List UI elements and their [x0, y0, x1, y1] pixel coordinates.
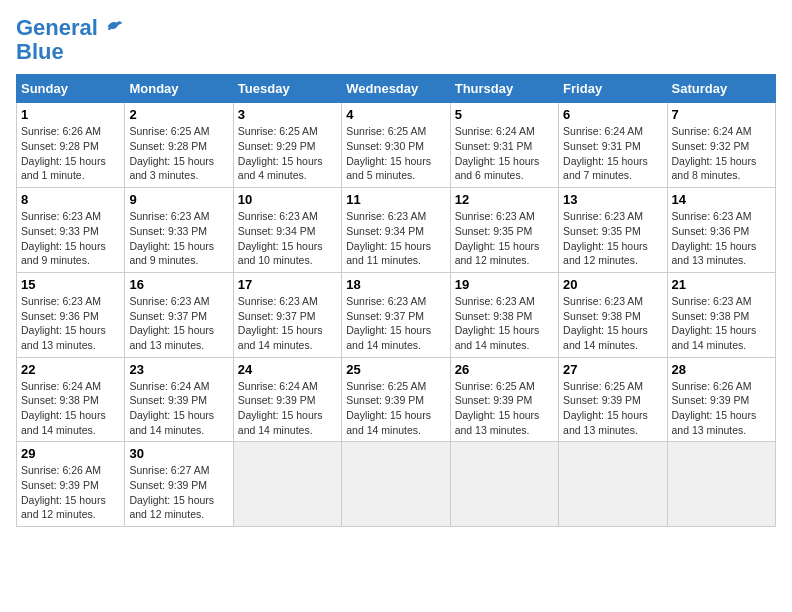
- daylight-label: Daylight: 15 hours and 13 minutes.: [672, 240, 757, 267]
- sunrise-label: Sunrise: 6:25 AM: [346, 380, 426, 392]
- sunrise-label: Sunrise: 6:23 AM: [21, 295, 101, 307]
- calendar-cell: 12 Sunrise: 6:23 AM Sunset: 9:35 PM Dayl…: [450, 188, 558, 273]
- calendar-cell: 11 Sunrise: 6:23 AM Sunset: 9:34 PM Dayl…: [342, 188, 450, 273]
- daylight-label: Daylight: 15 hours and 14 minutes.: [238, 409, 323, 436]
- logo: General Blue: [16, 16, 124, 64]
- sunset-label: Sunset: 9:39 PM: [346, 394, 424, 406]
- daylight-label: Daylight: 15 hours and 14 minutes.: [129, 409, 214, 436]
- calendar-cell: 13 Sunrise: 6:23 AM Sunset: 9:35 PM Dayl…: [559, 188, 667, 273]
- day-number: 3: [238, 107, 337, 122]
- daylight-label: Daylight: 15 hours and 14 minutes.: [238, 324, 323, 351]
- daylight-label: Daylight: 15 hours and 13 minutes.: [455, 409, 540, 436]
- calendar-cell: 25 Sunrise: 6:25 AM Sunset: 9:39 PM Dayl…: [342, 357, 450, 442]
- daylight-label: Daylight: 15 hours and 14 minutes.: [346, 324, 431, 351]
- day-info: Sunrise: 6:24 AM Sunset: 9:31 PM Dayligh…: [563, 124, 662, 183]
- sunrise-label: Sunrise: 6:23 AM: [346, 295, 426, 307]
- day-info: Sunrise: 6:23 AM Sunset: 9:33 PM Dayligh…: [129, 209, 228, 268]
- sunset-label: Sunset: 9:34 PM: [238, 225, 316, 237]
- daylight-label: Daylight: 15 hours and 12 minutes.: [21, 494, 106, 521]
- day-info: Sunrise: 6:25 AM Sunset: 9:30 PM Dayligh…: [346, 124, 445, 183]
- day-number: 26: [455, 362, 554, 377]
- day-number: 22: [21, 362, 120, 377]
- day-info: Sunrise: 6:23 AM Sunset: 9:38 PM Dayligh…: [672, 294, 771, 353]
- calendar-week-4: 22 Sunrise: 6:24 AM Sunset: 9:38 PM Dayl…: [17, 357, 776, 442]
- calendar-cell: 1 Sunrise: 6:26 AM Sunset: 9:28 PM Dayli…: [17, 103, 125, 188]
- sunset-label: Sunset: 9:39 PM: [563, 394, 641, 406]
- calendar-cell: [342, 442, 450, 527]
- calendar-week-3: 15 Sunrise: 6:23 AM Sunset: 9:36 PM Dayl…: [17, 272, 776, 357]
- sunrise-label: Sunrise: 6:24 AM: [455, 125, 535, 137]
- sunset-label: Sunset: 9:30 PM: [346, 140, 424, 152]
- sunrise-label: Sunrise: 6:23 AM: [455, 295, 535, 307]
- calendar-table: SundayMondayTuesdayWednesdayThursdayFrid…: [16, 74, 776, 527]
- calendar-cell: 30 Sunrise: 6:27 AM Sunset: 9:39 PM Dayl…: [125, 442, 233, 527]
- calendar-cell: 5 Sunrise: 6:24 AM Sunset: 9:31 PM Dayli…: [450, 103, 558, 188]
- sunset-label: Sunset: 9:29 PM: [238, 140, 316, 152]
- daylight-label: Daylight: 15 hours and 13 minutes.: [129, 324, 214, 351]
- day-info: Sunrise: 6:24 AM Sunset: 9:39 PM Dayligh…: [238, 379, 337, 438]
- calendar-cell: 14 Sunrise: 6:23 AM Sunset: 9:36 PM Dayl…: [667, 188, 775, 273]
- calendar-cell: 20 Sunrise: 6:23 AM Sunset: 9:38 PM Dayl…: [559, 272, 667, 357]
- calendar-cell: 2 Sunrise: 6:25 AM Sunset: 9:28 PM Dayli…: [125, 103, 233, 188]
- sunrise-label: Sunrise: 6:26 AM: [672, 380, 752, 392]
- sunrise-label: Sunrise: 6:24 AM: [238, 380, 318, 392]
- day-info: Sunrise: 6:24 AM Sunset: 9:31 PM Dayligh…: [455, 124, 554, 183]
- daylight-label: Daylight: 15 hours and 14 minutes.: [346, 409, 431, 436]
- day-number: 17: [238, 277, 337, 292]
- day-info: Sunrise: 6:23 AM Sunset: 9:35 PM Dayligh…: [563, 209, 662, 268]
- sunset-label: Sunset: 9:28 PM: [129, 140, 207, 152]
- day-info: Sunrise: 6:23 AM Sunset: 9:35 PM Dayligh…: [455, 209, 554, 268]
- sunrise-label: Sunrise: 6:23 AM: [672, 210, 752, 222]
- daylight-label: Daylight: 15 hours and 10 minutes.: [238, 240, 323, 267]
- calendar-cell: 3 Sunrise: 6:25 AM Sunset: 9:29 PM Dayli…: [233, 103, 341, 188]
- day-number: 24: [238, 362, 337, 377]
- day-info: Sunrise: 6:23 AM Sunset: 9:38 PM Dayligh…: [563, 294, 662, 353]
- daylight-label: Daylight: 15 hours and 8 minutes.: [672, 155, 757, 182]
- logo-text: General: [16, 16, 124, 40]
- calendar-cell: 26 Sunrise: 6:25 AM Sunset: 9:39 PM Dayl…: [450, 357, 558, 442]
- day-info: Sunrise: 6:23 AM Sunset: 9:36 PM Dayligh…: [672, 209, 771, 268]
- logo-bird-icon: [106, 17, 124, 35]
- day-number: 4: [346, 107, 445, 122]
- day-info: Sunrise: 6:26 AM Sunset: 9:39 PM Dayligh…: [21, 463, 120, 522]
- sunrise-label: Sunrise: 6:23 AM: [238, 210, 318, 222]
- calendar-cell: [667, 442, 775, 527]
- sunset-label: Sunset: 9:28 PM: [21, 140, 99, 152]
- sunset-label: Sunset: 9:39 PM: [672, 394, 750, 406]
- sunrise-label: Sunrise: 6:23 AM: [129, 210, 209, 222]
- sunset-label: Sunset: 9:39 PM: [238, 394, 316, 406]
- calendar-cell: 22 Sunrise: 6:24 AM Sunset: 9:38 PM Dayl…: [17, 357, 125, 442]
- day-info: Sunrise: 6:26 AM Sunset: 9:39 PM Dayligh…: [672, 379, 771, 438]
- day-info: Sunrise: 6:23 AM Sunset: 9:37 PM Dayligh…: [346, 294, 445, 353]
- day-number: 13: [563, 192, 662, 207]
- calendar-cell: 15 Sunrise: 6:23 AM Sunset: 9:36 PM Dayl…: [17, 272, 125, 357]
- calendar-week-2: 8 Sunrise: 6:23 AM Sunset: 9:33 PM Dayli…: [17, 188, 776, 273]
- daylight-label: Daylight: 15 hours and 4 minutes.: [238, 155, 323, 182]
- sunset-label: Sunset: 9:39 PM: [21, 479, 99, 491]
- sunset-label: Sunset: 9:33 PM: [129, 225, 207, 237]
- day-info: Sunrise: 6:23 AM Sunset: 9:34 PM Dayligh…: [238, 209, 337, 268]
- sunrise-label: Sunrise: 6:23 AM: [672, 295, 752, 307]
- sunset-label: Sunset: 9:31 PM: [455, 140, 533, 152]
- calendar-cell: 9 Sunrise: 6:23 AM Sunset: 9:33 PM Dayli…: [125, 188, 233, 273]
- daylight-label: Daylight: 15 hours and 14 minutes.: [455, 324, 540, 351]
- day-info: Sunrise: 6:25 AM Sunset: 9:28 PM Dayligh…: [129, 124, 228, 183]
- sunrise-label: Sunrise: 6:25 AM: [455, 380, 535, 392]
- weekday-header-tuesday: Tuesday: [233, 75, 341, 103]
- day-number: 9: [129, 192, 228, 207]
- sunrise-label: Sunrise: 6:26 AM: [21, 125, 101, 137]
- daylight-label: Daylight: 15 hours and 12 minutes.: [563, 240, 648, 267]
- daylight-label: Daylight: 15 hours and 9 minutes.: [21, 240, 106, 267]
- day-number: 1: [21, 107, 120, 122]
- daylight-label: Daylight: 15 hours and 13 minutes.: [21, 324, 106, 351]
- day-number: 2: [129, 107, 228, 122]
- sunset-label: Sunset: 9:39 PM: [455, 394, 533, 406]
- sunrise-label: Sunrise: 6:24 AM: [563, 125, 643, 137]
- day-info: Sunrise: 6:25 AM Sunset: 9:39 PM Dayligh…: [346, 379, 445, 438]
- daylight-label: Daylight: 15 hours and 11 minutes.: [346, 240, 431, 267]
- calendar-cell: 19 Sunrise: 6:23 AM Sunset: 9:38 PM Dayl…: [450, 272, 558, 357]
- daylight-label: Daylight: 15 hours and 13 minutes.: [672, 409, 757, 436]
- daylight-label: Daylight: 15 hours and 14 minutes.: [563, 324, 648, 351]
- calendar-cell: 7 Sunrise: 6:24 AM Sunset: 9:32 PM Dayli…: [667, 103, 775, 188]
- day-info: Sunrise: 6:24 AM Sunset: 9:32 PM Dayligh…: [672, 124, 771, 183]
